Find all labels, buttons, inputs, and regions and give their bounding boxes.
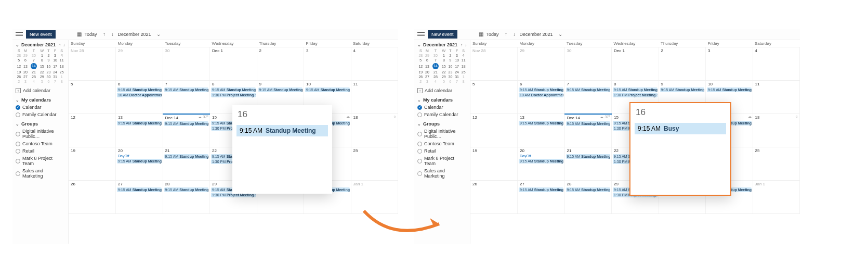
mini-day[interactable]: 5	[441, 79, 448, 84]
mini-day[interactable]: 2	[447, 53, 454, 58]
day-cell[interactable]: 11	[351, 81, 398, 114]
mini-day[interactable]: 8	[39, 58, 46, 62]
day-cell[interactable]: 5	[69, 81, 116, 114]
day-cell[interactable]: 69:15 AM Standup Meeting⟳10 AM Doctor Ap…	[518, 81, 565, 114]
new-event-button[interactable]: New event	[26, 30, 56, 39]
groups-header[interactable]: ⌄Groups	[417, 120, 467, 128]
mini-day[interactable]: 20	[424, 70, 431, 74]
day-cell[interactable]: 279:15 AM Standup Meeting⟳	[518, 181, 565, 214]
calendar-item[interactable]: Family Calendar	[16, 111, 65, 118]
mini-day[interactable]: 19	[417, 70, 424, 74]
day-cell[interactable]: 30	[163, 47, 210, 81]
group-checkbox[interactable]	[16, 142, 20, 146]
day-cell[interactable]: 18☼	[351, 114, 398, 147]
calendar-event[interactable]: 9:15 AM Standup Meeting⟳	[164, 87, 209, 92]
mini-day[interactable]: 9	[447, 58, 454, 62]
group-item[interactable]: Digital Initiative Public…	[16, 128, 65, 140]
mini-day[interactable]: 14	[29, 62, 38, 70]
mini-day[interactable]: 6	[45, 79, 52, 84]
day-cell[interactable]: Jan 1	[753, 181, 800, 214]
mini-day[interactable]: 8	[58, 79, 65, 84]
mini-day[interactable]: 4	[29, 79, 38, 84]
next-month-icon[interactable]: ↓	[465, 43, 467, 47]
mini-day[interactable]: 8	[460, 79, 467, 84]
add-calendar-button[interactable]: +Add calendar	[16, 87, 65, 94]
day-cell[interactable]: 79:15 AM Standup Meeting⟳	[564, 81, 612, 114]
mini-day[interactable]: 2	[45, 53, 52, 58]
day-cell[interactable]: 20DayOff9:15 AM Standup Meeting⟳	[116, 147, 163, 181]
calendar-event[interactable]: 9:15 AM Standup Meeting⟳	[566, 187, 611, 192]
today-button[interactable]: Today	[85, 32, 97, 37]
day-cell[interactable]: 18☼	[753, 114, 800, 147]
mini-day[interactable]: 4	[58, 53, 65, 58]
my-calendars-header[interactable]: ⌄My calendars	[417, 96, 467, 104]
calendar-icon[interactable]: ▦	[478, 31, 484, 37]
mini-day[interactable]: 28	[430, 74, 440, 79]
allday-event[interactable]: DayOff	[117, 154, 162, 158]
day-cell[interactable]: 289:15 AM Standup Meeting⟳	[564, 181, 612, 214]
calendar-event[interactable]: 10 AM Doctor Appointment	[117, 93, 162, 97]
calendar-event[interactable]: 1:30 PM Project Meeting⟳	[613, 93, 657, 97]
mini-day[interactable]: 23	[45, 70, 52, 74]
day-cell[interactable]: 2	[659, 47, 706, 81]
calendar-event[interactable]: 10 AM Doctor Appointment	[519, 93, 563, 97]
mini-day[interactable]: 7	[454, 79, 461, 84]
calendar-event[interactable]: 1:30 PM Project Meeting⟳	[211, 93, 256, 97]
mini-day[interactable]: 2	[16, 79, 22, 84]
prev-month-icon[interactable]: ↑	[59, 43, 61, 47]
mini-day[interactable]: 4	[430, 79, 440, 84]
calendar-event[interactable]: 9:15 AM Standup Meeting⟳	[519, 187, 563, 192]
mini-day[interactable]: 10	[52, 58, 59, 62]
day-cell[interactable]: 2	[257, 47, 304, 81]
prev-month-icon[interactable]: ↑	[461, 43, 463, 47]
mini-day[interactable]: 1	[39, 53, 46, 58]
mini-day[interactable]: 29	[22, 53, 29, 58]
day-cell[interactable]: 12	[470, 114, 518, 147]
mini-day[interactable]: 30	[45, 74, 52, 79]
peek-event[interactable]: 9:15 AM Busy	[635, 123, 726, 134]
day-cell[interactable]: 19	[69, 147, 116, 181]
mini-day[interactable]: 9	[45, 58, 52, 62]
month-title[interactable]: December 2021	[520, 32, 553, 37]
month-title[interactable]: December 2021	[118, 32, 151, 37]
day-cell[interactable]: 4	[753, 47, 800, 81]
mini-day[interactable]: 8	[441, 58, 448, 62]
chevron-down-icon[interactable]: ⌄	[557, 31, 563, 37]
day-cell[interactable]: Nov 28	[69, 47, 116, 81]
prev-arrow-icon[interactable]: ↑	[101, 31, 108, 37]
day-cell[interactable]: Jan 1	[351, 181, 398, 214]
day-cell[interactable]: 12	[69, 114, 116, 147]
day-cell[interactable]: 26	[69, 181, 116, 214]
group-checkbox[interactable]	[16, 132, 20, 136]
day-cell[interactable]: Dec 14☁ 37°9:15 AM Standup Meeting⟳	[564, 114, 612, 147]
my-calendars-header[interactable]: ⌄My calendars	[16, 96, 65, 104]
mini-day[interactable]: 30	[447, 74, 454, 79]
calendar-event[interactable]: 9:15 AM Standup Meeting⟳	[164, 154, 209, 159]
mini-day[interactable]: 22	[39, 70, 46, 74]
mini-day[interactable]: 16	[447, 62, 454, 70]
group-checkbox[interactable]	[16, 149, 20, 154]
day-cell[interactable]: 20DayOff9:15 AM Standup Meeting⟳	[518, 147, 565, 181]
day-peek-popup[interactable]: 16 9:15 AM Standup Meeting	[232, 105, 332, 194]
prev-arrow-icon[interactable]: ↑	[503, 31, 509, 37]
mini-day[interactable]: 4	[460, 53, 467, 58]
mini-day[interactable]: 15	[441, 62, 448, 70]
mini-day[interactable]: 7	[430, 58, 440, 62]
mini-day[interactable]: 19	[16, 70, 22, 74]
group-checkbox[interactable]	[16, 171, 20, 176]
mini-day[interactable]: 20	[22, 70, 29, 74]
day-cell[interactable]: Dec 1	[210, 47, 257, 81]
day-cell[interactable]: 30	[564, 47, 612, 81]
mini-day[interactable]: 29	[441, 74, 448, 79]
mini-day[interactable]: 29	[39, 74, 46, 79]
group-item[interactable]: Retail	[417, 147, 467, 155]
day-cell[interactable]: 4	[351, 47, 398, 81]
day-cell[interactable]: 139:15 AM Standup Meeting⟳	[116, 114, 163, 147]
mini-day[interactable]: 13	[424, 62, 431, 70]
day-cell[interactable]: Nov 28	[470, 47, 518, 81]
mini-day[interactable]: 28	[16, 53, 22, 58]
mini-day[interactable]: 31	[52, 74, 59, 79]
chevron-down-icon[interactable]: ⌄	[417, 43, 421, 47]
calendar-checkbox[interactable]	[16, 112, 20, 117]
calendar-checkbox[interactable]	[417, 112, 422, 117]
